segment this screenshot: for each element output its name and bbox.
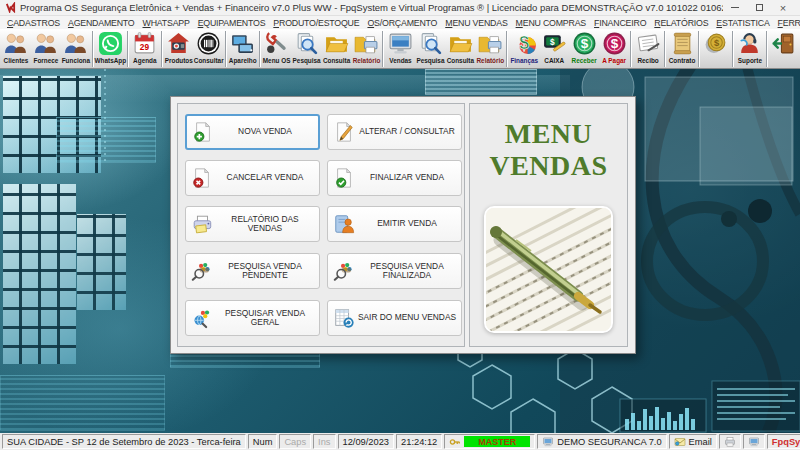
menu-item-produto-estoque[interactable]: PRODUTO/ESTOQUE	[269, 18, 363, 28]
button-pesquisa-venda-finalizada[interactable]: PESQUISA VENDA FINALIZADA	[327, 253, 462, 289]
toolbar-label: Receber	[572, 57, 597, 64]
person-card-icon	[333, 213, 355, 235]
toolbar-whatsapp[interactable]: WhatsApp	[95, 30, 126, 68]
menu-item-menu-compras[interactable]: MENU COMPRAS	[512, 18, 590, 28]
status-email-button[interactable]: Email	[669, 434, 717, 449]
toolbar-relatorio[interactable]: Relatório	[475, 30, 505, 68]
key-icon	[449, 436, 461, 448]
menu-item-estatistica[interactable]: ESTATISTICA	[712, 18, 773, 28]
toolbar-separator	[161, 31, 163, 67]
svg-text:29: 29	[140, 42, 150, 52]
toolbar-label: Agenda	[133, 57, 156, 64]
menu-item-ferramentas[interactable]: FERRAMENTAS	[774, 18, 800, 28]
toolbar-label: Consultar	[194, 57, 224, 64]
coin-green-icon: $	[572, 31, 597, 56]
toolbar-a-pagar[interactable]: $A Pagar	[599, 30, 629, 68]
menu-item-cadastros[interactable]: CADASTROS	[3, 18, 64, 28]
status-monitor-button[interactable]	[743, 434, 765, 449]
toolbar-coin[interactable]: $	[701, 30, 731, 68]
tools-icon	[264, 31, 289, 56]
toolbar-vendas[interactable]: Vendas	[385, 30, 415, 68]
cash-book-icon: $	[542, 31, 567, 56]
toolbar-separator	[732, 31, 734, 67]
panel-title-line2: VENDAS	[470, 150, 627, 182]
toolbar-label: Fornece	[33, 57, 58, 64]
printer-icon	[724, 436, 736, 448]
button-label: EMITIR VENDA	[355, 219, 461, 228]
menu-item-financeiro[interactable]: FINANCEIRO	[590, 18, 650, 28]
button-alterar-consultar[interactable]: ALTERAR / CONSULTAR	[327, 114, 462, 150]
coin-icon: $	[703, 31, 728, 56]
menu-item-agendamento[interactable]: AGENDAMENTO	[64, 18, 139, 28]
toolbar-label: Clientes	[4, 57, 29, 64]
button-pesquisar-venda-geral[interactable]: PESQUISAR VENDA GERAL	[185, 300, 320, 336]
menu-item-equipamentos[interactable]: EQUIPAMENTOS	[194, 18, 270, 28]
support-icon	[737, 31, 762, 56]
button-nova-venda[interactable]: NOVA VENDA	[185, 114, 320, 150]
toolbar-funciona[interactable]: Funciona	[61, 30, 91, 68]
toolbar-pesquisa[interactable]: Pesquisa	[292, 30, 322, 68]
toolbar-recibo[interactable]: Recibo	[633, 30, 663, 68]
menu-item-label: PRODUTO/ESTOQUE	[273, 18, 359, 28]
toolbar-contrato[interactable]: Contrato	[667, 30, 697, 68]
menu-item-relatorios[interactable]: RELATÓRIOS	[650, 18, 712, 28]
toolbar-agenda[interactable]: 29Agenda	[130, 30, 160, 68]
button-finalizar-venda[interactable]: FINALIZAR VENDA	[327, 160, 462, 196]
toolbar-consulta[interactable]: Consulta	[445, 30, 475, 68]
toolbar-financas[interactable]: $Finanças	[509, 30, 539, 68]
coin-red-icon: $	[602, 31, 627, 56]
toolbar-relatorio[interactable]: Relatório	[352, 30, 382, 68]
application-window: Programa OS Segurança Eletrônica + Venda…	[0, 0, 800, 450]
devices-icon	[230, 31, 255, 56]
toolbar-label: WhatsApp	[95, 57, 127, 64]
menu-item-label: MENU VENDAS	[445, 18, 507, 28]
toolbar-fornece[interactable]: Fornece	[31, 30, 61, 68]
button-label: PESQUISA VENDA FINALIZADA	[355, 262, 461, 280]
toolbar-separator	[664, 31, 666, 67]
button-pesquisa-venda-pendente[interactable]: PESQUISA VENDA PENDENTE	[185, 253, 320, 289]
whatsapp-icon	[98, 31, 123, 56]
toolbar-pesquisa[interactable]: Pesquisa	[415, 30, 445, 68]
toolbar-label: Consulta	[323, 57, 350, 64]
toolbar-separator	[259, 31, 261, 67]
toolbar-suporte[interactable]: Suporte	[735, 30, 765, 68]
title-bar: Programa OS Segurança Eletrônica + Venda…	[0, 0, 800, 16]
toolbar-door[interactable]	[769, 30, 799, 68]
pen-photo	[484, 206, 613, 333]
status-bar: SUA CIDADE - SP 12 de Setembro de 2023 -…	[0, 433, 800, 450]
minimize-button[interactable]	[723, 1, 747, 15]
menu-item-label: WHATSAPP	[143, 18, 190, 28]
toolbar-produtos[interactable]: Produtos	[164, 30, 194, 68]
monitor-icon	[388, 31, 413, 56]
search-people-icon	[191, 260, 213, 282]
button-emitir-venda[interactable]: EMITIR VENDA	[327, 206, 462, 242]
toolbar-label: Funciona	[62, 57, 90, 64]
button-sair-do-menu-vendas[interactable]: SAIR DO MENU VENDAS	[327, 300, 462, 336]
page-check-icon	[333, 167, 355, 189]
menu-item-whatsapp[interactable]: WHATSAPP	[139, 18, 194, 28]
toolbar-receber[interactable]: $Receber	[569, 30, 599, 68]
toolbar-caixa[interactable]: $CAIXA	[539, 30, 569, 68]
button-cancelar-venda[interactable]: CANCELAR VENDA	[185, 160, 320, 196]
status-printer-button[interactable]	[719, 434, 741, 449]
menu-item-os-orcamento[interactable]: OS/ORÇAMENTO	[363, 18, 441, 28]
svg-text:$: $	[580, 37, 588, 52]
toolbar-label: Relatório	[476, 57, 504, 64]
restore-button[interactable]	[747, 1, 771, 15]
toolbar-label: Pesquisa	[293, 57, 321, 64]
status-brand[interactable]: FpqSystem	[767, 434, 800, 449]
toolbar-consulta[interactable]: Consulta	[322, 30, 352, 68]
page-pencil-icon	[333, 121, 355, 143]
toolbar-menu-os[interactable]: Menu OS	[262, 30, 292, 68]
menu-item-menu-vendas[interactable]: MENU VENDAS	[441, 18, 511, 28]
toolbar-clientes[interactable]: Clientes	[1, 30, 31, 68]
toolbar-consultar[interactable]: Consultar	[194, 30, 224, 68]
status-num-indicator: Num	[248, 434, 278, 449]
svg-text:$: $	[610, 37, 618, 52]
toolbar-label: Finanças	[510, 57, 538, 64]
toolbar-aparelho[interactable]: Aparelho	[228, 30, 258, 68]
printer-icon	[191, 213, 213, 235]
close-button[interactable]: ×	[771, 1, 795, 15]
search-pages-icon	[294, 31, 319, 56]
button-relatorio-das-vendas[interactable]: RELATÓRIO DAS VENDAS	[185, 206, 320, 242]
